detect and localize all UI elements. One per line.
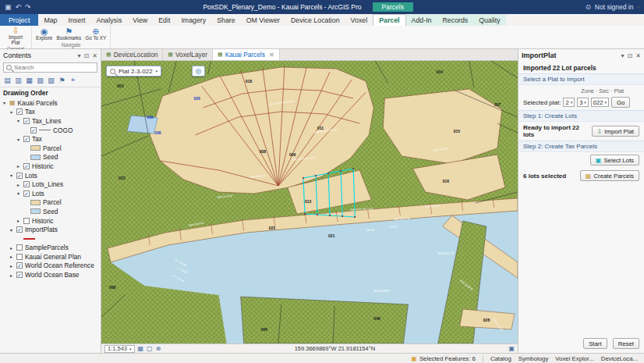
layer-checkbox[interactable] — [16, 244, 23, 251]
go-button[interactable]: Go — [611, 97, 630, 108]
ribbon-tab-share[interactable]: Share — [211, 14, 240, 26]
list-by-drawing-order-icon[interactable]: ▤ — [2, 75, 12, 85]
layer-checkbox[interactable]: ✓ — [23, 136, 30, 142]
ribbon-tab-imagery[interactable]: Imagery — [175, 14, 211, 26]
ribbon-tab-map[interactable]: Map — [38, 14, 62, 26]
layer-tree-item-lots-lines[interactable]: ▸✓Lots_Lines — [2, 180, 101, 189]
layer-tree-item-kauai-parcels[interactable]: ▾▦Kauai Parcels — [2, 98, 101, 108]
bookmarks-button[interactable]: ⚑Bookmarks — [57, 27, 80, 41]
layer-checkbox[interactable]: ✓ — [16, 173, 23, 179]
redo-icon[interactable]: ↷ — [25, 3, 31, 11]
ribbon-tab-edit[interactable]: Edit — [153, 14, 175, 26]
layer-tree-item-seed[interactable]: Seed — [2, 153, 101, 162]
extent-icon[interactable]: ▢ — [147, 345, 153, 352]
expander-open-icon[interactable]: ▾ — [9, 227, 14, 233]
expander-closed-icon[interactable]: ▸ — [9, 272, 14, 278]
zone-dropdown[interactable]: 2 ▾ — [563, 98, 575, 107]
explore-button[interactable]: ◉Explore — [36, 27, 52, 41]
ribbon-tab-view[interactable]: View — [127, 14, 153, 26]
pane-menu-icon[interactable]: ▾ — [78, 52, 81, 59]
layer-tree-item-world-ocean-base[interactable]: ▸✓World Ocean Base — [2, 270, 101, 279]
close-icon[interactable]: ✕ — [635, 52, 641, 59]
layer-tree-item-parcel[interactable]: Parcel — [2, 144, 101, 153]
expander-closed-icon[interactable]: ▸ — [16, 182, 21, 187]
selected-features[interactable]: ▣ Selected Features: 6 — [411, 355, 476, 362]
layer-checkbox[interactable]: ✓ — [23, 181, 30, 187]
go-to-xy-button[interactable]: ⊕Go To XY — [85, 27, 106, 41]
plat-dropdown[interactable]: 022 ▾ — [591, 98, 609, 107]
pane-tab-voxel-explor-[interactable]: Voxel Explor... — [555, 355, 593, 362]
map-tab-kauai-parcels[interactable]: ▦Kauai Parcels✕ — [213, 49, 280, 60]
expander-closed-icon[interactable]: ▸ — [16, 163, 21, 169]
signin-status[interactable]: Not signed in — [595, 3, 634, 11]
layer-tree-item-kauai-general-plan[interactable]: ▸Kauai General Plan — [2, 252, 101, 262]
close-tab-icon[interactable]: ✕ — [269, 51, 274, 59]
scale-selector[interactable]: 1:1,543 ▾ — [104, 345, 135, 353]
close-icon[interactable]: ✕ — [92, 52, 97, 59]
expander-closed-icon[interactable]: ▸ — [16, 218, 21, 223]
layer-tree-item-importplats[interactable]: ▾✓ImportPlats — [2, 225, 101, 234]
map-tab-voxellayer[interactable]: ▦VoxelLayer — [163, 49, 213, 60]
layer-checkbox[interactable]: ✓ — [23, 163, 30, 169]
layer-checkbox[interactable] — [23, 218, 30, 224]
map-canvas-svg[interactable]: 0990360260180030330680040070110090080150… — [101, 61, 518, 343]
layer-checkbox[interactable]: ✓ — [16, 262, 23, 269]
pane-tab-deviceloca-[interactable]: DeviceLoca... — [601, 355, 638, 362]
ribbon-tab-quality[interactable]: Quality — [473, 14, 505, 26]
map-canvas[interactable]: 0990360260180030330680040070110090080150… — [101, 61, 518, 343]
pane-tab-catalog[interactable]: Catalog — [490, 355, 511, 362]
plat-search-box[interactable]: Plat 2-3-022 ▾ — [106, 66, 161, 77]
layer-tree-item-sampleparcels[interactable]: ▸SampleParcels — [2, 244, 101, 253]
layer-checkbox[interactable]: ✓ — [23, 190, 30, 197]
ribbon-tab-device-location[interactable]: Device Location — [285, 14, 345, 26]
sec-dropdown[interactable]: 3 ▾ — [577, 98, 589, 107]
ribbon-tab-add-in[interactable]: Add-In — [406, 14, 437, 26]
layer-tree-item-cogo[interactable]: ✓COGO — [2, 126, 101, 135]
auto-hide-pin-icon[interactable]: ⊡ — [628, 52, 633, 59]
layer-tree-item-tax[interactable]: ▾✓Tax — [2, 108, 101, 117]
import-plat-button[interactable]: ⇩Import Plat — [4, 27, 27, 45]
ribbon-tab-project[interactable]: Project — [0, 14, 38, 26]
expander-open-icon[interactable]: ▾ — [2, 100, 7, 105]
ribbon-tab-om-viewer[interactable]: OM Viewer — [241, 14, 285, 26]
auto-hide-pin-icon[interactable]: ⊡ — [84, 52, 90, 59]
list-by-charts-icon[interactable]: ⌖ — [68, 75, 78, 85]
layer-checkbox[interactable]: ✓ — [16, 109, 23, 115]
expander-closed-icon[interactable]: ▸ — [9, 245, 14, 251]
layer-tree-item-seed[interactable]: Seed — [2, 207, 101, 216]
layer-tree-item-tax[interactable]: ▾✓Tax — [2, 134, 101, 144]
expander-open-icon[interactable]: ▾ — [16, 137, 21, 142]
create-parcels-button[interactable]: ▦ Create Parcels — [580, 170, 639, 181]
contents-search[interactable] — [3, 62, 97, 73]
selection-tool-icon[interactable]: ▣ — [508, 345, 515, 352]
ribbon-tab-parcel[interactable]: Parcel — [373, 14, 405, 26]
expander-open-icon[interactable]: ▾ — [9, 173, 14, 178]
search-input[interactable] — [14, 64, 94, 71]
list-by-snapping-icon[interactable]: ▨ — [46, 75, 56, 85]
pane-menu-icon[interactable]: ▾ — [621, 52, 625, 59]
layer-tree-item-historic[interactable]: ▸Historic — [2, 216, 101, 226]
list-by-editing-icon[interactable]: ▧ — [35, 75, 45, 85]
layer-tree-item-lots[interactable]: ▾✓Lots — [2, 189, 101, 198]
ribbon-tab-voxel[interactable]: Voxel — [345, 14, 373, 26]
expander-open-icon[interactable]: ▾ — [16, 190, 21, 196]
locate-plat-button[interactable]: ◎ — [192, 66, 205, 77]
reset-button[interactable]: Reset — [613, 338, 639, 349]
select-lots-button[interactable]: ▣ Select Lots — [590, 155, 639, 165]
pane-tab-symbology[interactable]: Symbology — [518, 355, 549, 362]
list-by-source-icon[interactable]: ▥ — [13, 75, 23, 85]
layer-checkbox[interactable]: ✓ — [16, 226, 23, 233]
ribbon-tab-insert[interactable]: Insert — [63, 14, 91, 26]
layer-tree-item-historic[interactable]: ▸✓Historic — [2, 162, 101, 171]
signin-caret-icon[interactable]: ▾ — [637, 5, 639, 9]
undo-icon[interactable]: ↶ — [16, 3, 22, 11]
save-icon[interactable]: ▣ — [5, 3, 12, 11]
start-button[interactable]: Start — [583, 338, 607, 349]
layer-checkbox[interactable] — [16, 254, 23, 260]
expander-open-icon[interactable]: ▾ — [16, 118, 21, 123]
expander-closed-icon[interactable]: ▸ — [9, 263, 14, 269]
globe-icon[interactable]: ⊕ — [156, 345, 161, 352]
layer-checkbox[interactable]: ✓ — [23, 118, 30, 124]
layer-tree-item-tax-lines[interactable]: ▾✓Tax_Lines — [2, 116, 101, 126]
layer-tree-symbol-item[interactable] — [2, 234, 101, 244]
